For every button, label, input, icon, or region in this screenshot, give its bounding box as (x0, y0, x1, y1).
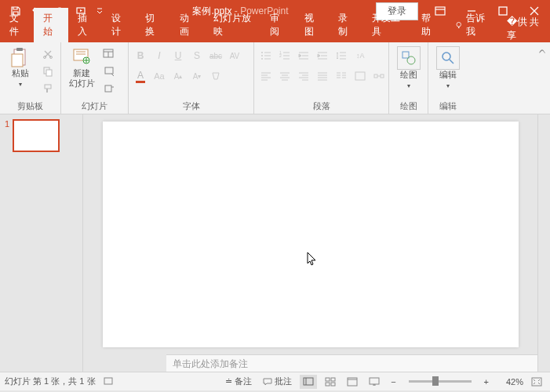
svg-text:↕A: ↕A (356, 52, 365, 60)
zoom-value[interactable]: 42% (497, 377, 523, 387)
svg-rect-32 (326, 378, 330, 381)
group-label-drawing: 绘图 (392, 99, 424, 114)
justify-button[interactable] (314, 68, 331, 84)
svg-point-29 (443, 53, 450, 60)
share-button[interactable]: �供 共享 (497, 15, 550, 42)
svg-rect-16 (105, 67, 113, 74)
spacing-button[interactable]: AV (226, 48, 243, 64)
slideshow-view-button[interactable] (366, 375, 383, 389)
svg-rect-12 (45, 85, 51, 89)
shadow-button[interactable]: S (188, 48, 206, 64)
group-clipboard: 粘贴▾ 剪贴板 (0, 42, 61, 114)
section-button[interactable] (100, 81, 118, 96)
editing-button[interactable]: 编辑▾ (432, 45, 464, 91)
svg-rect-31 (304, 378, 313, 385)
slide-thumbnail-1[interactable] (13, 119, 60, 152)
tab-transitions[interactable]: 切换 (136, 8, 169, 42)
align-center-button[interactable] (276, 68, 293, 84)
zoom-out-button[interactable]: − (388, 377, 399, 387)
group-label-clipboard: 剪贴板 (3, 99, 57, 114)
copy-button[interactable] (39, 64, 56, 79)
tab-developer[interactable]: 开发工具 (362, 8, 412, 42)
paste-button[interactable]: 粘贴▾ (3, 45, 38, 89)
text-direction-button[interactable]: ↕A (351, 48, 369, 64)
svg-rect-11 (46, 70, 52, 76)
format-painter-button[interactable] (39, 81, 56, 96)
tab-file[interactable]: 文件 (0, 8, 34, 42)
group-drawing: 绘图▾ 绘图 (389, 42, 428, 114)
slide-canvas-area[interactable] (83, 114, 537, 354)
group-label-paragraph: 段落 (257, 99, 385, 114)
align-right-button[interactable] (295, 68, 312, 84)
cut-button[interactable] (39, 46, 56, 62)
thumbnail-panel[interactable]: 1 (0, 114, 83, 372)
reading-view-button[interactable] (344, 375, 361, 389)
tab-design[interactable]: 设计 (102, 8, 136, 42)
tab-slideshow[interactable]: 幻灯片放映 (204, 8, 260, 42)
svg-rect-35 (331, 383, 335, 386)
group-label-font: 字体 (132, 99, 250, 114)
svg-rect-7 (12, 54, 23, 67)
underline-button[interactable]: U (169, 48, 187, 64)
slide[interactable] (103, 122, 519, 347)
svg-rect-30 (104, 378, 112, 384)
notes-button[interactable]: ≐备注 (222, 376, 255, 387)
strike-button[interactable]: abc (207, 48, 224, 64)
svg-point-18 (261, 52, 263, 53)
indent-left-button[interactable] (295, 48, 312, 64)
svg-rect-26 (381, 74, 384, 78)
svg-rect-25 (374, 74, 377, 78)
columns-button[interactable] (333, 68, 350, 84)
notes-pane[interactable]: 单击此处添加备注 (166, 354, 537, 372)
zoom-in-button[interactable]: + (481, 377, 492, 387)
group-label-slides: 幻灯片 (64, 99, 125, 114)
spellcheck-button[interactable] (100, 377, 118, 387)
zoom-slider[interactable] (409, 380, 472, 383)
ribbon-tabs: 文件 开始 插入 设计 切换 动画 幻灯片放映 审阅 视图 录制 开发工具 帮助… (0, 22, 550, 42)
svg-rect-38 (532, 378, 541, 386)
tab-record[interactable]: 录制 (329, 8, 362, 42)
clear-format-button[interactable] (207, 68, 224, 84)
svg-point-4 (457, 22, 461, 27)
fit-to-window-button[interactable] (528, 377, 545, 387)
smartart-button[interactable] (370, 68, 388, 84)
svg-point-28 (407, 56, 415, 64)
align-text-button[interactable] (351, 68, 369, 84)
bullets-button[interactable] (257, 48, 275, 64)
tab-review[interactable]: 审阅 (260, 8, 294, 42)
lightbulb-icon (455, 20, 462, 30)
ribbon: 粘贴▾ 剪贴板 新建 幻灯片 (0, 42, 550, 114)
font-color-button[interactable]: A (132, 68, 149, 84)
svg-rect-34 (326, 383, 330, 386)
line-spacing-button[interactable] (333, 48, 350, 64)
align-left-button[interactable] (257, 68, 275, 84)
group-paragraph: 12 ↕A 段落 (254, 42, 389, 114)
svg-rect-27 (402, 52, 409, 58)
svg-rect-37 (370, 378, 379, 384)
change-case-button[interactable]: Aa (151, 68, 168, 84)
slide-counter: 幻灯片 第 1 张，共 1 张 (5, 376, 96, 387)
grow-font-button[interactable]: A▴ (169, 68, 187, 84)
normal-view-button[interactable] (300, 375, 317, 389)
numbering-button[interactable]: 12 (276, 48, 293, 64)
tab-help[interactable]: 帮助 (412, 8, 446, 42)
shrink-font-button[interactable]: A▾ (188, 68, 206, 84)
comments-button[interactable]: 批注 (260, 376, 295, 387)
drawing-button[interactable]: 绘图▾ (392, 45, 424, 91)
sorter-view-button[interactable] (322, 375, 339, 389)
indent-right-button[interactable] (314, 48, 331, 64)
tab-animations[interactable]: 动画 (170, 8, 204, 42)
tab-view[interactable]: 视图 (295, 8, 329, 42)
svg-point-19 (261, 55, 263, 56)
zoom-handle[interactable] (432, 376, 439, 386)
tab-insert[interactable]: 插入 (68, 8, 102, 42)
reset-button[interactable] (100, 64, 118, 79)
layout-button[interactable] (100, 46, 118, 62)
bold-button[interactable]: B (132, 48, 149, 64)
italic-button[interactable]: I (151, 48, 168, 64)
collapse-ribbon-button[interactable]: ᨈ (539, 45, 546, 56)
new-slide-button[interactable]: 新建 幻灯片 (64, 45, 99, 89)
tab-home[interactable]: 开始 (34, 8, 67, 42)
tab-tellme[interactable]: 告诉我 (446, 8, 497, 42)
vertical-scrollbar[interactable] (537, 114, 550, 372)
